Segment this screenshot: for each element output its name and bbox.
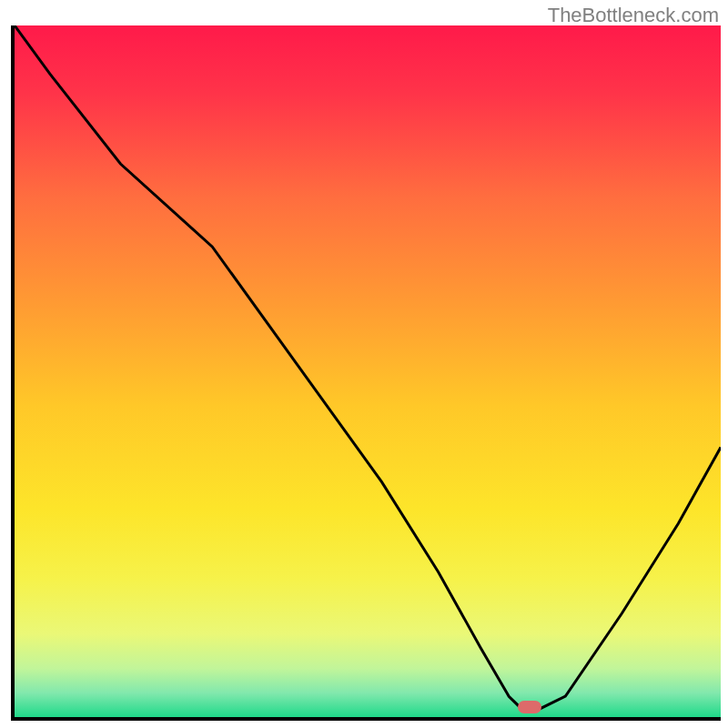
watermark-text: TheBottleneck.com	[548, 4, 719, 27]
optimal-point-marker	[518, 701, 541, 713]
plot-svg	[15, 25, 721, 717]
chart-container: TheBottleneck.com	[0, 0, 728, 728]
plot-area	[11, 25, 721, 721]
gradient-background	[15, 25, 721, 717]
